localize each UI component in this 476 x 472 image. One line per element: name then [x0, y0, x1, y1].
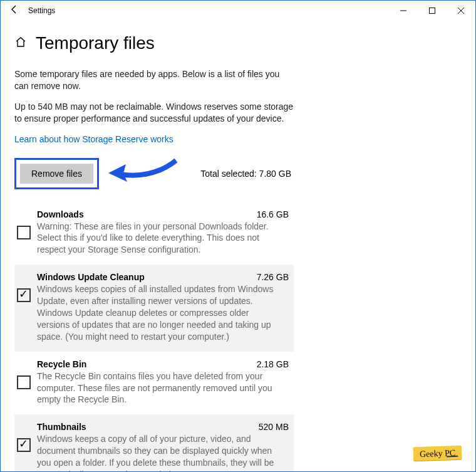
content: Some temporary files are needed by apps.…: [1, 60, 308, 472]
file-item-size: 520 MB: [259, 422, 289, 432]
maximize-button[interactable]: [418, 1, 447, 21]
file-item-size: 16.6 GB: [257, 209, 289, 219]
checkbox[interactable]: [17, 226, 31, 239]
back-button[interactable]: [6, 4, 23, 17]
page-header: Temporary files: [1, 21, 475, 60]
arrow-annotation-icon: [108, 154, 177, 186]
watermark: Geeky PC: [413, 446, 462, 461]
file-item: Downloads16.6 GBWarning: These are files…: [14, 202, 294, 265]
file-item-body: Recycle Bin2.18 GBThe Recycle Bin contai…: [37, 359, 289, 406]
close-button[interactable]: [447, 1, 475, 21]
file-item-desc: Warning: These are files in your persona…: [37, 221, 275, 256]
window-controls: [389, 1, 475, 21]
file-item-title: Windows Update Cleanup: [37, 272, 145, 282]
file-item-title: Downloads: [37, 209, 84, 219]
checkbox[interactable]: [17, 375, 31, 389]
file-item: Thumbnails520 MBWindows keeps a copy of …: [14, 414, 294, 472]
file-item: Windows Update Cleanup7.26 GBWindows kee…: [14, 265, 294, 351]
remove-highlight: Remove files: [14, 158, 99, 189]
file-item-desc: Windows keeps copies of all installed up…: [37, 283, 275, 342]
file-item-title: Thumbnails: [37, 422, 86, 432]
file-item-body: Windows Update Cleanup7.26 GBWindows kee…: [37, 272, 289, 342]
total-selected: Total selected: 7.80 GB: [200, 169, 294, 179]
file-item-body: Downloads16.6 GBWarning: These are files…: [37, 209, 289, 256]
file-item-desc: Windows keeps a copy of all of your pict…: [37, 433, 275, 472]
minimize-button[interactable]: [389, 1, 418, 21]
page-title: Temporary files: [36, 33, 155, 53]
window-title: Settings: [28, 6, 55, 15]
file-item-size: 2.18 GB: [257, 359, 289, 369]
file-item: Recycle Bin2.18 GBThe Recycle Bin contai…: [14, 352, 294, 415]
intro-text-1: Some temporary files are needed by apps.…: [14, 68, 294, 92]
action-row: Remove files Total selected: 7.80 GB: [14, 158, 294, 189]
checkbox[interactable]: [17, 438, 31, 452]
file-list: Downloads16.6 GBWarning: These are files…: [14, 202, 294, 472]
file-item-desc: The Recycle Bin contains files you have …: [37, 370, 275, 406]
home-icon[interactable]: [14, 36, 27, 51]
intro-text-2: Up to 540 MB may not be reclaimable. Win…: [14, 101, 294, 125]
file-item-title: Recycle Bin: [37, 359, 86, 369]
titlebar: Settings: [1, 1, 475, 21]
remove-files-button[interactable]: Remove files: [20, 164, 93, 184]
checkbox[interactable]: [17, 288, 31, 302]
storage-reserve-link[interactable]: Learn about how Storage Reserve works: [14, 134, 173, 144]
svg-rect-1: [430, 8, 435, 14]
file-item-size: 7.26 GB: [257, 272, 289, 282]
file-item-body: Thumbnails520 MBWindows keeps a copy of …: [37, 422, 289, 472]
